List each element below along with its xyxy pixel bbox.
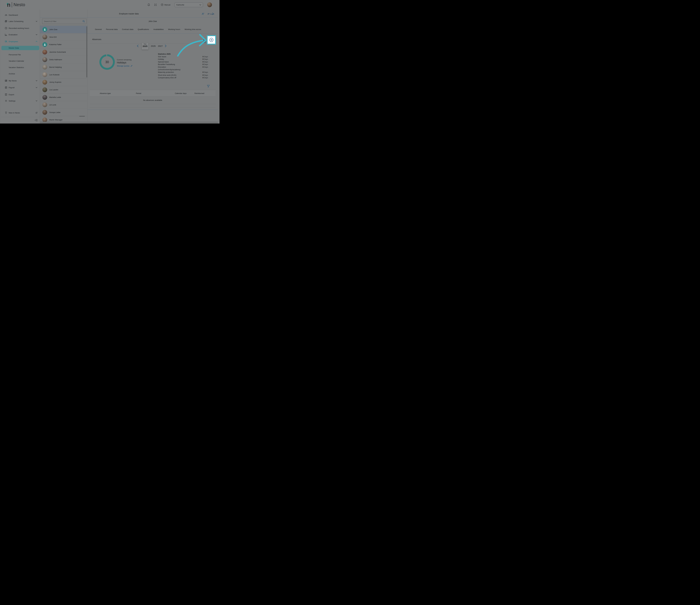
sidebar-item-new-in-nesto[interactable]: New in Nesto bbox=[1, 111, 40, 115]
tab-personal-data[interactable]: Personal data bbox=[106, 28, 118, 30]
year-next-icon[interactable] bbox=[165, 45, 167, 47]
stat-row: Bezahlte Freistellung0 Days bbox=[158, 63, 208, 66]
search-input[interactable] bbox=[42, 20, 82, 22]
fullscreen-icon[interactable] bbox=[154, 4, 157, 6]
person-avatar-icon bbox=[43, 27, 47, 32]
chevron-down-icon bbox=[36, 87, 38, 88]
filter-funnel-icon[interactable] bbox=[207, 85, 210, 88]
employee-row-john-doe[interactable]: John Doe bbox=[40, 26, 88, 33]
page-title: Employee master data bbox=[40, 13, 218, 15]
employee-row[interactable]: Vera Ertl bbox=[40, 33, 88, 41]
photo-avatar bbox=[43, 65, 47, 70]
tab-contract-data[interactable]: Contract data bbox=[122, 28, 133, 30]
people-icon bbox=[5, 40, 7, 43]
sidebar-item-evaluation[interactable]: Evaluation bbox=[1, 32, 40, 37]
dashboard-icon bbox=[5, 14, 7, 16]
year-option-2027[interactable]: 2027 bbox=[158, 45, 163, 47]
logo-wordmark: Nesto bbox=[14, 2, 25, 7]
sidebar-item-dashboard[interactable]: Dashboard bbox=[1, 13, 40, 17]
add-absence-button-highlighted[interactable] bbox=[207, 35, 216, 45]
external-link-icon bbox=[36, 112, 38, 114]
notifications-bell-icon[interactable] bbox=[147, 3, 150, 6]
sidebar-collapse-button[interactable] bbox=[35, 119, 38, 121]
sidebar-item-labor-scheduling[interactable]: Labor Scheduling bbox=[1, 19, 40, 24]
employee-row[interactable]: Mariella Leide bbox=[40, 94, 88, 101]
sidebar-item-employees[interactable]: Employees bbox=[1, 39, 40, 44]
sidebar-subitem-personnel-file[interactable]: Personnel File bbox=[1, 52, 40, 57]
plus-circle-icon bbox=[209, 38, 214, 42]
column-header: Period bbox=[136, 92, 141, 94]
chevron-down-icon bbox=[199, 4, 201, 5]
window-bottom-band bbox=[40, 122, 218, 123]
table-divider bbox=[90, 104, 216, 104]
list-scrollbar[interactable] bbox=[86, 26, 87, 77]
employee-row[interactable]: Soraya Liebe bbox=[40, 109, 88, 116]
employee-row[interactable]: Jasmine Gutschank bbox=[40, 48, 88, 56]
tab-working-time-accounts[interactable]: Working time accou bbox=[184, 28, 203, 30]
year-selected-card[interactable]: Year 2025 bbox=[142, 43, 148, 50]
year-selected-value: 2025 bbox=[142, 45, 148, 47]
location-select[interactable]: Karlsruhe bbox=[175, 2, 203, 7]
photo-avatar bbox=[43, 102, 47, 107]
chevron-down-icon bbox=[36, 20, 38, 22]
sidebar-subitem-master-data[interactable]: Master Data bbox=[1, 46, 39, 50]
employee-row[interactable]: Bernd Helpling bbox=[40, 64, 88, 71]
stat-row: Short-time work (KUG)0 Days bbox=[158, 74, 208, 76]
sidebar-subitem-vacation-statistics[interactable]: Vacation Statistics bbox=[1, 65, 40, 70]
stat-row: Sick leave0 Days bbox=[158, 55, 208, 58]
donut-value: 30 bbox=[99, 54, 115, 70]
employee-row[interactable]: Martin Manager bbox=[40, 116, 88, 122]
schedule-grid-icon bbox=[5, 20, 7, 23]
empty-table-message: No absences available bbox=[90, 99, 216, 101]
user-avatar[interactable] bbox=[207, 2, 212, 7]
sidebar-item-export[interactable]: Export bbox=[1, 92, 40, 97]
sidebar-item-my-nesto[interactable]: My Nesto bbox=[1, 78, 40, 83]
year-prev-icon[interactable] bbox=[137, 45, 139, 47]
chevron-down-icon bbox=[36, 80, 38, 81]
logo-mark: n bbox=[7, 2, 10, 8]
employee-list-panel: John Doe Vera Ertl Katarina Faller Jasmi… bbox=[40, 9, 88, 122]
calendar-icon[interactable] bbox=[203, 39, 206, 43]
employee-row[interactable]: Lia Laurén bbox=[40, 86, 88, 94]
employee-row[interactable]: Jonny Kuprion bbox=[40, 78, 88, 86]
import-icon bbox=[207, 13, 209, 15]
tab-working-hours[interactable]: Working hours bbox=[168, 28, 180, 30]
year-label: Year bbox=[142, 43, 148, 45]
stat-row: Maternity protection0 Days bbox=[158, 71, 208, 74]
employee-row[interactable]: Len Koleiski bbox=[40, 71, 88, 78]
manage-quotas-link[interactable]: Manage quotas bbox=[117, 65, 132, 67]
search-filter-box bbox=[42, 19, 86, 24]
employee-row[interactable]: Delia Hallmann bbox=[40, 56, 88, 64]
photo-avatar bbox=[43, 110, 47, 115]
stat-row: Compensatory time off0 Days bbox=[158, 76, 208, 79]
sidebar-item-recorded-working-hours[interactable]: Recorded working hours bbox=[1, 26, 40, 30]
year-option-2026[interactable]: 2026 bbox=[151, 45, 155, 47]
nesto-logo: n Nesto bbox=[7, 2, 25, 8]
employee-row[interactable]: Lili Lenk bbox=[40, 101, 88, 109]
sidebar-subitem-vacation-calendar[interactable]: Vacation Calendar bbox=[1, 59, 40, 63]
sidebar-item-settings[interactable]: Settings bbox=[1, 98, 40, 103]
photo-avatar bbox=[43, 80, 47, 84]
add-employee-icon[interactable] bbox=[202, 13, 204, 15]
list-horizontal-scrollbar[interactable] bbox=[79, 116, 85, 117]
stat-row: (school/university/academy) bbox=[158, 68, 208, 71]
column-header: Absence type bbox=[100, 92, 111, 94]
export-icon bbox=[5, 93, 7, 96]
employee-row[interactable]: Katarina Faller bbox=[40, 41, 88, 48]
tab-availabilities[interactable]: Availabilities bbox=[153, 28, 164, 30]
page-title-bar: Employee master data Import bbox=[40, 9, 218, 18]
section-divider bbox=[90, 43, 216, 44]
statistics-block: Statistics 2025 Sick leave0 Days Holiday… bbox=[158, 53, 208, 79]
employee-rows: John Doe Vera Ertl Katarina Faller Jasmi… bbox=[40, 26, 88, 122]
sidebar-item-payroll[interactable]: Payroll bbox=[1, 85, 40, 90]
tab-qualifications[interactable]: Qualifications bbox=[138, 28, 149, 30]
search-icon[interactable] bbox=[82, 20, 85, 23]
absence-table-header: Absence type Period Calendar days Reimbu… bbox=[90, 90, 216, 97]
photo-avatar bbox=[43, 34, 47, 39]
panel-bottom-divider bbox=[88, 110, 218, 110]
import-button[interactable]: Import bbox=[207, 13, 214, 15]
manual-help-button[interactable]: Manual bbox=[161, 3, 170, 6]
table-divider bbox=[90, 107, 216, 107]
tab-general[interactable]: General bbox=[95, 28, 102, 30]
sidebar-subitem-archive[interactable]: Archive bbox=[1, 72, 40, 76]
